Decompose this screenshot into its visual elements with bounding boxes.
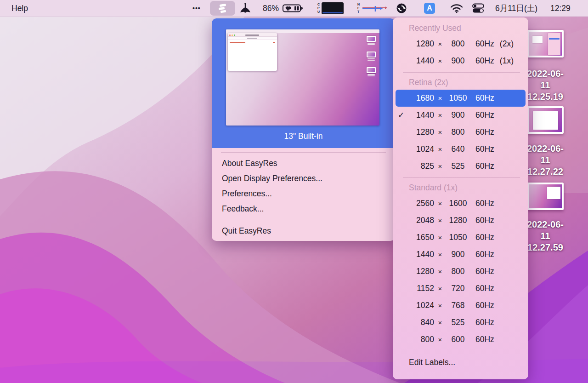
- checkmark-icon: ✓: [398, 110, 404, 120]
- easyres-menu-button[interactable]: [210, 1, 235, 16]
- control-center-icon[interactable]: [471, 0, 485, 17]
- feedback-item[interactable]: Feedback...: [212, 201, 395, 217]
- net-label: NET: [357, 3, 360, 14]
- resolution-option-800x600[interactable]: 800×60060Hz: [393, 331, 528, 348]
- display-preview-thumbnail: [226, 29, 379, 126]
- resolution-option-825x525[interactable]: 825×52560Hz: [393, 158, 528, 175]
- cpu-monitor[interactable]: CPU: [317, 0, 344, 17]
- display-name: 13" Built-in: [212, 131, 395, 141]
- resolution-option-2560x1600[interactable]: 2560×160060Hz: [393, 195, 528, 212]
- overflow-dots-icon[interactable]: •••: [192, 0, 201, 17]
- mini-desktop-icon: [367, 51, 376, 57]
- resolution-submenu: Recently Used1280×80060Hz(2x)1440×90060H…: [393, 17, 528, 379]
- open-display-preferences-item[interactable]: Open Display Preferences...: [212, 171, 395, 186]
- menu-divider: [403, 177, 520, 178]
- icon-label-line1: 2022-06-11: [523, 219, 567, 242]
- desktop-icon-screenshot-1[interactable]: 2022-06-1112.27.22: [523, 106, 567, 177]
- mini-menubar: [226, 29, 379, 33]
- easyres-icon: [218, 3, 228, 14]
- easyres-menu-list: About EasyResOpen Display Preferences...…: [212, 148, 395, 239]
- icon-label-line1: 2022-06-11: [523, 68, 567, 91]
- duster-icon[interactable]: [239, 0, 252, 17]
- resolution-option-1280x800[interactable]: 1280×80060Hz: [393, 124, 528, 141]
- mini-desktop-icon: [367, 67, 376, 73]
- wifi-icon[interactable]: [450, 0, 464, 17]
- resolution-option-1024x768[interactable]: 1024×76860Hz: [393, 297, 528, 314]
- menu-divider: [221, 220, 386, 220]
- mini-window: [228, 33, 277, 71]
- menu-bar: Help ••• 86: [0, 0, 588, 17]
- menu-bar-date[interactable]: 6月11日(土): [495, 0, 537, 17]
- resolution-option-1440x900[interactable]: ✓1440×90060Hz: [393, 107, 528, 124]
- icon-label-line2: 12.27.22: [523, 166, 567, 177]
- help-menu[interactable]: Help: [11, 0, 28, 17]
- about-easyres-item[interactable]: About EasyRes: [212, 156, 395, 171]
- resolution-option-1152x720[interactable]: 1152×72060Hz: [393, 280, 528, 297]
- resolution-option-1440x900-1x[interactable]: 1440×90060Hz(1x): [393, 52, 528, 69]
- screenshot-thumbnail: [527, 30, 564, 57]
- desktop-icon-screenshot-0[interactable]: 2022-06-1112.25.19: [523, 30, 567, 103]
- resolution-option-1280x800-2x[interactable]: 1280×80060Hz(2x): [393, 35, 528, 52]
- resolution-option-1680x1050[interactable]: 1680×105060Hz: [396, 90, 526, 107]
- resolution-sections: Recently Used1280×80060Hz(2x)1440×90060H…: [393, 21, 528, 348]
- menu-bar-time[interactable]: 12:29: [550, 0, 571, 17]
- net-graph: [362, 3, 391, 13]
- screenshot-thumbnail: [527, 183, 564, 210]
- input-source-icon[interactable]: A: [424, 3, 435, 14]
- icon-label-line1: 2022-06-11: [523, 143, 567, 166]
- resolution-option-1024x640[interactable]: 1024×64060Hz: [393, 141, 528, 158]
- battery-icon[interactable]: [283, 0, 304, 17]
- preferences-item[interactable]: Preferences...: [212, 186, 395, 201]
- menu-divider: [403, 351, 520, 351]
- menu-divider: [221, 152, 386, 153]
- section-header-retina-2x: Retina (2x): [393, 75, 528, 90]
- net-monitor[interactable]: NET: [357, 0, 391, 17]
- screenshot-thumbnail: [527, 106, 564, 134]
- mini-desktop-icon: [367, 36, 376, 42]
- desktop: 2022-06-1112.25.192022-06-1112.27.222022…: [0, 0, 588, 383]
- display-selector[interactable]: 13" Built-in: [212, 18, 395, 148]
- resolution-option-2048x1280[interactable]: 2048×128060Hz: [393, 212, 528, 229]
- cpu-label: CPU: [317, 3, 320, 14]
- section-header-standard-1x: Standard (1x): [393, 181, 528, 195]
- icon-label-line2: 12.25.19: [523, 91, 567, 103]
- resolution-option-1440x900[interactable]: 1440×90060Hz: [393, 246, 528, 263]
- edit-labels-item[interactable]: Edit Labels...: [393, 354, 528, 371]
- resolution-option-1280x800[interactable]: 1280×80060Hz: [393, 263, 528, 280]
- sync-icon[interactable]: [396, 0, 407, 17]
- cpu-graph: [322, 2, 344, 14]
- quit-easyres-item[interactable]: Quit EasyRes: [212, 223, 395, 239]
- battery-percent[interactable]: 86%: [263, 0, 279, 17]
- icon-label-line2: 12.27.59: [523, 242, 567, 253]
- resolution-option-840x525[interactable]: 840×52560Hz: [393, 314, 528, 331]
- menu-divider: [403, 72, 520, 73]
- easyres-menu-panel: 13" Built-in About EasyResOpen Display P…: [212, 18, 395, 241]
- desktop-icon-screenshot-2[interactable]: 2022-06-1112.27.59: [523, 183, 567, 253]
- section-header-recently-used: Recently Used: [393, 21, 528, 35]
- resolution-option-1650x1050[interactable]: 1650×105060Hz: [393, 229, 528, 246]
